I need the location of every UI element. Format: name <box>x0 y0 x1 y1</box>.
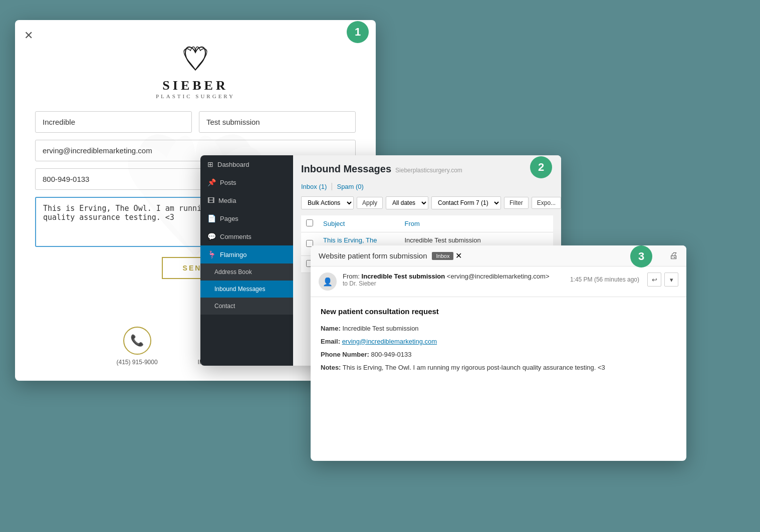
sidebar-item-flamingo[interactable]: 🦩 Flamingo <box>200 245 293 263</box>
phone-contact: 📞 (415) 915-9000 <box>117 327 158 366</box>
close-button[interactable]: ✕ <box>24 29 33 42</box>
sidebar-item-dashboard[interactable]: ⊞ Dashboard <box>200 155 293 173</box>
close-badge-button[interactable]: ✕ <box>455 251 462 260</box>
dashboard-icon: ⊞ <box>207 160 213 168</box>
sender-avatar: 👤 <box>319 273 337 291</box>
phone-number: (415) 915-9000 <box>117 359 158 366</box>
step-badge-2: 2 <box>530 156 552 178</box>
inbox-tabs: Inbox (1) | Spam (0) <box>301 182 553 191</box>
sidebar-item-comments[interactable]: 💬 Comments <box>200 227 293 245</box>
filter-button[interactable]: Filter <box>504 197 529 209</box>
email-to-line: to Dr. Sieber <box>343 280 564 287</box>
email-action-buttons: ↩ ▾ <box>647 273 678 287</box>
flamingo-submenu: Address Book Inbound Messages Contact <box>200 263 293 315</box>
email-detail-panel: Website patient form submission Inbox ✕ … <box>311 245 686 461</box>
tab-inbox[interactable]: Inbox (1) <box>301 182 327 191</box>
page-title: Inbound Messages <box>301 163 391 175</box>
bulk-actions-select[interactable]: Bulk Actions <box>301 196 354 209</box>
apply-button[interactable]: Apply <box>357 197 383 209</box>
print-icon[interactable]: 🖨 <box>669 250 678 261</box>
email-time: 1:45 PM (56 minutes ago) <box>570 276 639 283</box>
logo-container: SIEBER PLASTIC SURGERY <box>35 40 356 99</box>
last-name-input[interactable] <box>199 111 356 133</box>
email-phone-field: Phone Number: 800-949-0133 <box>321 349 676 360</box>
site-name: Sieberplasticsurgery.com <box>395 167 462 174</box>
pages-icon: 📄 <box>207 214 216 222</box>
phone-icon-circle[interactable]: 📞 <box>123 327 151 355</box>
flamingo-icon: 🦩 <box>207 250 216 258</box>
email-from-line: From: Incredible Test submission <erving… <box>343 273 564 280</box>
first-name-input[interactable] <box>35 111 192 133</box>
col-subject: Subject <box>318 215 399 232</box>
more-actions-button[interactable]: ▾ <box>664 273 678 287</box>
contact-form-select[interactable]: Contact Form 7 (1) <box>431 196 501 209</box>
step-badge-3: 3 <box>630 245 652 268</box>
messages-toolbar: Bulk Actions Apply All dates Contact For… <box>301 196 553 209</box>
sidebar-item-pages[interactable]: 📄 Pages <box>200 209 293 227</box>
email-name-field: Name: Incredible Test submission <box>321 323 676 334</box>
email-email-field: Email: erving@incrediblemarketing.com <box>321 336 676 347</box>
wp-sidebar: ⊞ Dashboard 📌 Posts 🎞 Media 📄 Pages 💬 Co… <box>200 155 293 366</box>
col-from: From <box>399 215 553 232</box>
sidebar-item-address-book[interactable]: Address Book <box>200 263 293 281</box>
sidebar-item-posts[interactable]: 📌 Posts <box>200 173 293 191</box>
export-button[interactable]: Expo... <box>532 197 561 209</box>
brand-sub: PLASTIC SURGERY <box>35 93 356 99</box>
reply-button[interactable]: ↩ <box>647 273 661 287</box>
email-notes-field: Notes: This is Erving, The Owl. I am run… <box>321 362 676 373</box>
email-meta-text: From: Incredible Test submission <erving… <box>343 273 564 287</box>
sidebar-item-contact[interactable]: Contact <box>200 298 293 315</box>
select-all-checkbox[interactable] <box>306 219 313 226</box>
sidebar-item-media[interactable]: 🎞 Media <box>200 191 293 209</box>
name-row <box>35 111 356 133</box>
sidebar-item-inbound-messages[interactable]: Inbound Messages <box>200 281 293 298</box>
brand-logo <box>178 40 213 75</box>
brand-name: SIEBER <box>35 78 356 93</box>
step-badge-1: 1 <box>347 21 369 43</box>
date-filter-select[interactable]: All dates <box>386 196 428 209</box>
email-heading: New patient consultation request <box>321 305 676 318</box>
media-icon: 🎞 <box>207 196 214 204</box>
email-body: New patient consultation request Name: I… <box>311 297 686 383</box>
email-inbox-badge: Inbox <box>432 252 453 260</box>
posts-icon: 📌 <box>207 178 216 186</box>
email-subject: Website patient form submission <box>319 251 427 260</box>
email-meta: 👤 From: Incredible Test submission <ervi… <box>311 267 686 297</box>
comments-icon: 💬 <box>207 232 216 240</box>
email-email-link[interactable]: erving@incrediblemarketing.com <box>342 338 437 345</box>
tab-spam[interactable]: Spam (0) <box>337 182 363 191</box>
